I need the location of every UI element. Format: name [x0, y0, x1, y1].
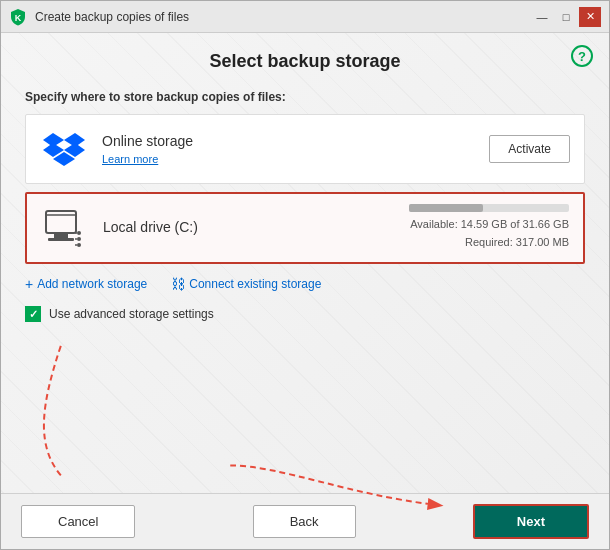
add-network-label: Add network storage [37, 277, 147, 291]
cancel-button[interactable]: Cancel [21, 505, 135, 538]
svg-text:K: K [15, 13, 22, 23]
add-network-storage-link[interactable]: + Add network storage [25, 276, 147, 292]
online-storage-icon [40, 125, 88, 173]
online-storage-name: Online storage [102, 133, 479, 149]
minimize-button[interactable]: — [531, 7, 553, 27]
advanced-settings-checkbox[interactable] [25, 306, 41, 322]
storage-available-text: Available: 14.59 GB of 31.66 GB [409, 216, 569, 234]
title-bar-controls: — □ ✕ [531, 7, 601, 27]
storage-required-text: Required: 317.00 MB [409, 234, 569, 252]
advanced-settings-row[interactable]: Use advanced storage settings [25, 306, 585, 322]
dropbox-icon [43, 131, 85, 167]
local-drive-info: Local drive (C:) [103, 219, 409, 237]
add-icon: + [25, 276, 33, 292]
next-button[interactable]: Next [473, 504, 589, 539]
maximize-button[interactable]: □ [555, 7, 577, 27]
storage-progress-bar [409, 204, 569, 212]
link-icon: ⛓ [171, 276, 185, 292]
subtitle: Specify where to store backup copies of … [25, 90, 585, 104]
advanced-settings-label[interactable]: Use advanced storage settings [49, 307, 214, 321]
activate-button[interactable]: Activate [489, 135, 570, 163]
window-title: Create backup copies of files [35, 10, 189, 24]
help-icon[interactable]: ? [571, 45, 593, 67]
main-content: Select backup storage Specify where to s… [1, 33, 609, 493]
connect-existing-storage-link[interactable]: ⛓ Connect existing storage [171, 276, 321, 292]
title-bar-left: K Create backup copies of files [9, 8, 189, 26]
shield-icon: K [9, 8, 27, 26]
close-button[interactable]: ✕ [579, 7, 601, 27]
local-drive-details: Available: 14.59 GB of 31.66 GB Required… [409, 204, 569, 251]
page-title: Select backup storage [25, 51, 585, 72]
footer: Cancel Back Next [1, 493, 609, 549]
svg-rect-9 [54, 233, 68, 238]
online-storage-option[interactable]: Online storage Learn more Activate [25, 114, 585, 184]
connect-existing-label: Connect existing storage [189, 277, 321, 291]
back-button[interactable]: Back [253, 505, 356, 538]
local-drive-icon [41, 204, 89, 252]
local-drive-option[interactable]: Local drive (C:) Available: 14.59 GB of … [25, 192, 585, 264]
svg-rect-10 [48, 238, 74, 241]
local-drive-name: Local drive (C:) [103, 219, 409, 235]
content-area: ? Select backup storage Specify where to… [1, 33, 609, 549]
storage-progress-fill [409, 204, 483, 212]
links-row: + Add network storage ⛓ Connect existing… [25, 276, 585, 292]
online-storage-info: Online storage Learn more [102, 133, 479, 166]
main-window: K Create backup copies of files — □ ✕ ? [0, 0, 610, 550]
online-storage-learn-more[interactable]: Learn more [102, 153, 158, 165]
title-bar: K Create backup copies of files — □ ✕ [1, 1, 609, 33]
drive-svg-icon [42, 205, 88, 251]
